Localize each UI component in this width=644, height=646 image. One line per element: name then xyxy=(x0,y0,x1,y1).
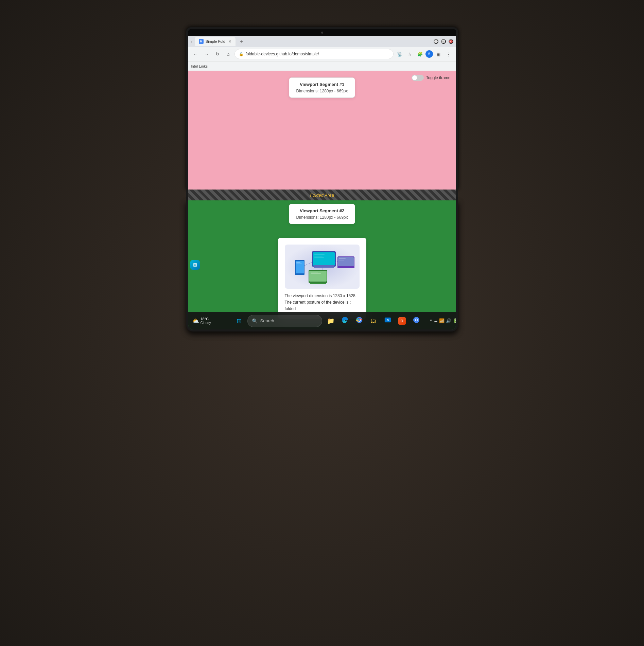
side-app-icon[interactable] xyxy=(190,260,200,270)
bookmark-button[interactable]: ☆ xyxy=(405,49,415,59)
segment1-title: Viewport Segment #1 xyxy=(296,81,348,88)
taskbar-app-outlook[interactable]: O xyxy=(381,315,394,327)
viewport-dimension: The viewport dimension is 1280 x 1528. xyxy=(285,293,360,299)
camera-notch xyxy=(188,29,456,36)
taskbar-left: ⛅ 18°C Cloudy xyxy=(192,317,233,325)
laptop-bottom-screen-outer: Viewport Segment #2 Dimensions: 1280px -… xyxy=(186,200,458,331)
bookmarks-bar: Intel Links xyxy=(188,61,456,71)
tray-wifi-icon[interactable]: 📶 xyxy=(439,318,445,323)
viewport-dimension-text: The viewport dimension is 1280 x 1528. T… xyxy=(285,293,360,312)
back-button[interactable]: ← xyxy=(191,49,201,59)
weather-temp: 18°C xyxy=(201,317,211,321)
svg-rect-18 xyxy=(310,283,326,284)
laptop-device: ‹ M Simple Fold ✕ ＋ — ○ ✕ xyxy=(186,27,458,331)
address-bar[interactable]: 🔒 foldable-devices.github.io/demos/simpl… xyxy=(234,49,394,59)
tab-title: Simple Fold xyxy=(206,39,225,43)
tray-sound-icon[interactable]: 🔊 xyxy=(446,318,451,323)
webpage-segment-1: Viewport Segment #1 Dimensions: 1280px -… xyxy=(188,71,456,190)
taskbar-app-edge[interactable] xyxy=(338,315,351,327)
svg-rect-14 xyxy=(296,262,300,263)
posture-text: The current posture of the device is : f… xyxy=(285,299,360,312)
toggle-label: Toggle iframe xyxy=(426,75,450,80)
laptop-bottom-screen: Viewport Segment #2 Dimensions: 1280px -… xyxy=(188,200,456,329)
laptop-top-outer: ‹ M Simple Fold ✕ ＋ — ○ ✕ xyxy=(186,27,458,190)
toolbar-icons: 📡 ☆ 🧩 A ▣ ⋮ xyxy=(395,49,453,59)
weather-widget[interactable]: ⛅ 18°C Cloudy xyxy=(192,317,211,325)
camera-dot xyxy=(321,32,323,34)
cast-button[interactable]: 📡 xyxy=(395,49,404,59)
bookmark-item-intel[interactable]: Intel Links xyxy=(191,64,208,68)
browser-chrome: ‹ M Simple Fold ✕ ＋ — ○ ✕ xyxy=(188,36,456,71)
search-icon: 🔍 xyxy=(252,318,258,324)
taskbar-right: ^ ☁ 📶 🔊 🔋 12:43 PM 4/8/2024 xyxy=(423,316,456,326)
taskbar: ⛅ 18°C Cloudy ⊞ xyxy=(188,312,456,329)
extension-button[interactable]: 🧩 xyxy=(415,49,425,59)
url-text: foldable-devices.github.io/demos/simple/ xyxy=(246,52,319,56)
svg-rect-5 xyxy=(314,256,323,256)
taskbar-app-orange[interactable]: O xyxy=(396,315,408,327)
tray-cloud-icon[interactable]: ☁ xyxy=(433,318,438,323)
sidebar-button[interactable]: ▣ xyxy=(434,49,443,59)
taskbar-app-files[interactable]: 🗂 xyxy=(367,315,380,327)
svg-rect-10 xyxy=(339,258,346,259)
new-tab-button[interactable]: ＋ xyxy=(237,37,246,46)
browser-titlebar: ‹ M Simple Fold ✕ ＋ — ○ ✕ xyxy=(188,36,456,47)
windows-logo-icon: ⊞ xyxy=(237,317,242,325)
weather-info: 18°C Cloudy xyxy=(201,317,211,325)
svg-text:O: O xyxy=(386,319,388,322)
fold-hinge: Folded Area xyxy=(188,190,456,200)
device-illustration xyxy=(285,245,360,289)
home-button[interactable]: ⌂ xyxy=(224,49,233,59)
taskbar-search[interactable]: 🔍 Search xyxy=(247,315,322,327)
start-button[interactable]: ⊞ xyxy=(233,315,245,327)
search-placeholder: Search xyxy=(260,318,274,323)
segment1-dimensions: Dimensions: 1280px - 669px xyxy=(296,88,348,94)
svg-rect-15 xyxy=(296,264,302,264)
taskbar-app-chrome2[interactable] xyxy=(410,315,423,327)
svg-rect-9 xyxy=(337,266,354,268)
browser-tab-active[interactable]: M Simple Fold ✕ xyxy=(195,37,236,46)
tray-chevron-icon[interactable]: ^ xyxy=(430,318,432,323)
taskbar-apps: 📁 xyxy=(324,315,423,327)
close-button[interactable]: ✕ xyxy=(449,39,453,44)
toggle-iframe-control[interactable]: Toggle iframe xyxy=(412,75,450,81)
svg-rect-20 xyxy=(311,273,321,274)
menu-button[interactable]: ⋮ xyxy=(444,49,453,59)
profile-icon[interactable]: A xyxy=(425,50,433,58)
segment2-title: Viewport Segment #2 xyxy=(296,208,348,214)
reload-button[interactable]: ↻ xyxy=(213,49,222,59)
svg-rect-4 xyxy=(314,254,325,255)
system-tray: ^ ☁ 📶 🔊 🔋 xyxy=(430,318,456,323)
svg-rect-19 xyxy=(311,272,318,272)
window-controls: — ○ ✕ xyxy=(434,39,453,44)
secure-icon: 🔒 xyxy=(239,52,244,56)
content-card: The viewport dimension is 1280 x 1528. T… xyxy=(278,238,366,319)
svg-rect-6 xyxy=(314,257,324,258)
fold-hinge-outer: Folded Area xyxy=(186,190,458,200)
weather-icon: ⛅ xyxy=(192,318,199,324)
tab-strip-left: ‹ xyxy=(191,40,192,43)
tab-favicon: M xyxy=(199,39,204,44)
tray-battery-icon[interactable]: 🔋 xyxy=(453,318,456,323)
browser-toolbar: ← → ↻ ⌂ 🔒 foldable-devices.github.io/dem… xyxy=(188,47,456,61)
svg-point-32 xyxy=(415,319,417,321)
taskbar-app-explorer[interactable]: 📁 xyxy=(324,315,337,327)
taskbar-app-chrome[interactable] xyxy=(353,315,366,327)
weather-condition: Cloudy xyxy=(201,321,211,325)
svg-rect-11 xyxy=(339,260,344,261)
viewport-segment-2-box: Viewport Segment #2 Dimensions: 1280px -… xyxy=(289,204,355,224)
maximize-button[interactable]: ○ xyxy=(441,39,446,44)
tab-close-icon[interactable]: ✕ xyxy=(228,39,231,44)
fold-area-label: Folded Area xyxy=(310,193,334,198)
segment2-dimensions: Dimensions: 1280px - 669px xyxy=(296,214,348,220)
minimize-button[interactable]: — xyxy=(434,39,438,44)
svg-rect-13 xyxy=(296,261,304,273)
webpage-segment-2: Viewport Segment #2 Dimensions: 1280px -… xyxy=(188,200,456,329)
viewport-segment-1-box: Viewport Segment #1 Dimensions: 1280px -… xyxy=(289,77,355,98)
svg-rect-3 xyxy=(314,265,334,268)
toggle-switch[interactable] xyxy=(412,75,424,81)
forward-button[interactable]: → xyxy=(202,49,211,59)
laptop-screen-top: ‹ M Simple Fold ✕ ＋ — ○ ✕ xyxy=(188,29,456,190)
taskbar-center: ⊞ 🔍 Search 📁 xyxy=(233,315,423,327)
